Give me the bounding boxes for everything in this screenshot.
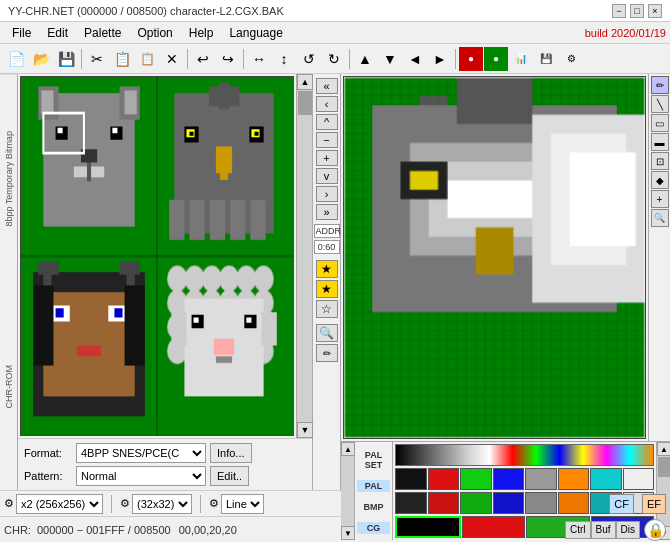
pattern-select[interactable]: Normal: [76, 466, 206, 486]
zoom-select[interactable]: x2 (256x256): [16, 494, 103, 514]
bmp-cell-3[interactable]: [493, 492, 525, 514]
tool-rect-outline[interactable]: ▭: [651, 114, 669, 132]
star-btn-2[interactable]: ★: [316, 280, 338, 298]
tool-select[interactable]: ⊡: [651, 152, 669, 170]
tool-picker[interactable]: +: [651, 190, 669, 208]
star-btn-3[interactable]: ☆: [316, 300, 338, 318]
nav-step-up2[interactable]: ‹: [316, 96, 338, 112]
pal-set-row[interactable]: [395, 444, 654, 466]
tb-up[interactable]: ▲: [353, 47, 377, 71]
nav-minus[interactable]: −: [316, 132, 338, 148]
menu-option[interactable]: Option: [129, 24, 180, 42]
scroll-down-btn[interactable]: ▼: [297, 422, 313, 438]
nav-step-down2[interactable]: ›: [316, 186, 338, 202]
tb-settings[interactable]: ⚙: [559, 47, 583, 71]
nav-plus[interactable]: +: [316, 150, 338, 166]
pal-set-label[interactable]: PALSET: [357, 449, 390, 471]
pal-cell-5[interactable]: [558, 468, 590, 490]
tool-zoom[interactable]: 🔍: [651, 209, 669, 227]
cg-cell-1[interactable]: [462, 516, 526, 538]
ef-button[interactable]: EF: [642, 494, 666, 514]
cg-label[interactable]: CG: [357, 522, 390, 534]
tb-rotate-l[interactable]: ↺: [297, 47, 321, 71]
tb-new[interactable]: 📄: [4, 47, 28, 71]
cg-cell-0[interactable]: [395, 516, 461, 538]
pal-cell-7[interactable]: [623, 468, 655, 490]
bmp-label[interactable]: BMP: [357, 501, 390, 513]
edit-button[interactable]: Edit..: [210, 466, 249, 486]
bmp-cell-1[interactable]: [428, 492, 460, 514]
pal-scroll-track[interactable]: [341, 456, 354, 526]
scroll-track[interactable]: [297, 90, 312, 422]
bmp-cell-0[interactable]: [395, 492, 427, 514]
label-chr-rom: CHR-ROM: [0, 283, 17, 491]
tb-redo[interactable]: ↪: [216, 47, 240, 71]
tb-color1[interactable]: ●: [459, 47, 483, 71]
tb-save[interactable]: 💾: [54, 47, 78, 71]
line-select[interactable]: Line: [221, 494, 264, 514]
bmp-cell-4[interactable]: [525, 492, 557, 514]
tb-palette-save[interactable]: 💾: [534, 47, 558, 71]
main-area: 8bpp Temporary Bitmap CHR-ROM ▲ ▼ Fo: [0, 74, 670, 490]
tb-undo[interactable]: ↩: [191, 47, 215, 71]
maximize-button[interactable]: □: [630, 4, 644, 18]
tb-open[interactable]: 📂: [29, 47, 53, 71]
status-zoom: ⚙ x2 (256x256): [4, 494, 103, 514]
pal-cell-4[interactable]: [525, 468, 557, 490]
menu-file[interactable]: File: [4, 24, 39, 42]
tb-color2[interactable]: ●: [484, 47, 508, 71]
pal-label[interactable]: PAL: [357, 480, 390, 492]
tool-line[interactable]: ╲: [651, 95, 669, 113]
minimize-button[interactable]: −: [612, 4, 626, 18]
cf-button[interactable]: CF: [609, 494, 634, 514]
pal-cell-2[interactable]: [460, 468, 492, 490]
format-select[interactable]: 4BPP SNES/PCE(C: [76, 443, 206, 463]
pal-cell-3[interactable]: [493, 468, 525, 490]
menu-help[interactable]: Help: [181, 24, 222, 42]
chr-canvas[interactable]: [20, 76, 294, 436]
tb-down[interactable]: ▼: [378, 47, 402, 71]
tool-fill[interactable]: ◆: [651, 171, 669, 189]
buf-button[interactable]: Buf: [591, 521, 616, 539]
pal-scroll-up[interactable]: ▲: [341, 442, 355, 456]
pal-cell-1[interactable]: [428, 468, 460, 490]
pal-scroll-down[interactable]: ▼: [341, 526, 355, 540]
pal-vscroll-up[interactable]: ▲: [657, 442, 670, 456]
build-info: build 2020/01/19: [585, 27, 666, 39]
tb-flip-v[interactable]: ↕: [272, 47, 296, 71]
tool-rect-fill[interactable]: ▬: [651, 133, 669, 151]
search-btn[interactable]: 🔍: [316, 324, 338, 342]
close-button[interactable]: ×: [648, 4, 662, 18]
menu-edit[interactable]: Edit: [39, 24, 76, 42]
pal-vscroll-track[interactable]: [657, 456, 670, 526]
star-btn-1[interactable]: ★: [316, 260, 338, 278]
pal-cell-0[interactable]: [395, 468, 427, 490]
edit-canvas[interactable]: [343, 76, 646, 439]
grid-select[interactable]: (32x32): [132, 494, 192, 514]
edit-chr-btn[interactable]: ✏: [316, 344, 338, 362]
tb-right[interactable]: ►: [428, 47, 452, 71]
bmp-cell-5[interactable]: [558, 492, 590, 514]
scroll-thumb[interactable]: [298, 91, 312, 115]
nav-fast-down[interactable]: »: [316, 204, 338, 220]
nav-fast-up[interactable]: «: [316, 78, 338, 94]
menu-language[interactable]: Language: [221, 24, 290, 42]
nav-step-up[interactable]: ^: [316, 114, 338, 130]
tb-palette-load[interactable]: 📊: [509, 47, 533, 71]
tb-copy[interactable]: 📋: [110, 47, 134, 71]
dis-button[interactable]: Dis: [616, 521, 640, 539]
pal-vscroll-thumb[interactable]: [658, 457, 670, 477]
tb-flip-h[interactable]: ↔: [247, 47, 271, 71]
tb-delete[interactable]: ✕: [160, 47, 184, 71]
tb-paste[interactable]: 📋: [135, 47, 159, 71]
pal-cell-6[interactable]: [590, 468, 622, 490]
ctrl-button[interactable]: Ctrl: [565, 521, 591, 539]
menu-palette[interactable]: Palette: [76, 24, 129, 42]
info-button[interactable]: Info...: [210, 443, 252, 463]
tool-pencil[interactable]: ✏: [651, 76, 669, 94]
tb-left[interactable]: ◄: [403, 47, 427, 71]
bmp-cell-2[interactable]: [460, 492, 492, 514]
tb-rotate-r[interactable]: ↻: [322, 47, 346, 71]
tb-cut[interactable]: ✂: [85, 47, 109, 71]
nav-step-down[interactable]: v: [316, 168, 338, 184]
